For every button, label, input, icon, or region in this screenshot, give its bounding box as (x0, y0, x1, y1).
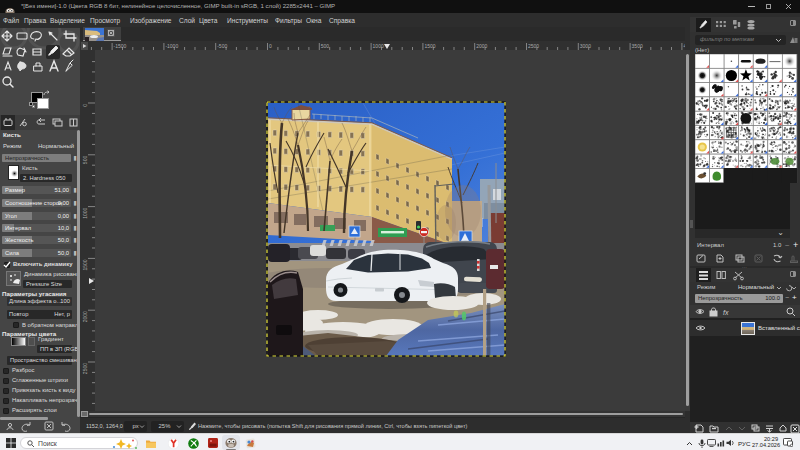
svg-text:3000: 3000 (580, 43, 591, 49)
svg-text:2500: 2500 (82, 363, 88, 374)
svg-text:500: 500 (82, 156, 88, 165)
svg-text:2000: 2000 (82, 311, 88, 322)
svg-text:fx: fx (723, 309, 729, 316)
svg-text:0: 0 (269, 43, 272, 49)
svg-text:2000: 2000 (476, 43, 487, 49)
svg-text:3500: 3500 (632, 43, 643, 49)
svg-text:4000: 4000 (683, 43, 685, 49)
svg-text:1000: 1000 (82, 207, 88, 218)
svg-text:-1000: -1000 (165, 43, 178, 49)
svg-text:2500: 2500 (528, 43, 539, 49)
svg-text:1000: 1000 (373, 43, 384, 49)
svg-text:-500: -500 (217, 43, 227, 49)
svg-text:1500: 1500 (424, 43, 435, 49)
svg-text:1500: 1500 (82, 259, 88, 270)
svg-text:500: 500 (321, 43, 330, 49)
svg-text:-1500: -1500 (114, 43, 127, 49)
svg-text:0: 0 (82, 104, 88, 107)
